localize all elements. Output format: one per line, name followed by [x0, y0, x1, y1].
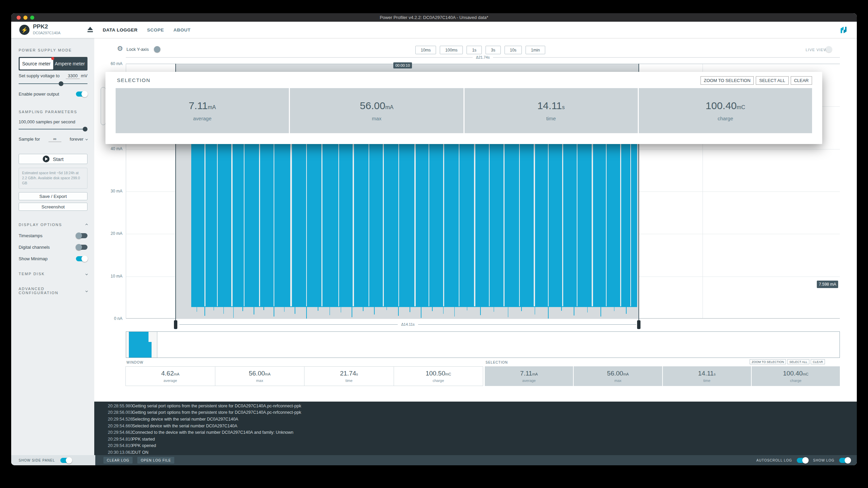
open-log-file-button[interactable]: OPEN LOG FILE: [137, 457, 174, 464]
device-serial: DC0A297C140A: [33, 31, 60, 35]
log-entry: 20:28:55.980Getting serial port options …: [94, 403, 857, 409]
baseline-spike: [587, 307, 588, 312]
time-cursor-chip: 00:00:10: [393, 62, 412, 68]
baseline-spike: [432, 307, 433, 311]
y-tick-label: 20 mA: [100, 231, 122, 236]
screenshot-button[interactable]: Screenshot: [19, 203, 87, 211]
section-temp-disk[interactable]: TEMP DISK: [19, 272, 87, 276]
time-window-button-10s[interactable]: 10s: [505, 46, 522, 54]
tab-data-logger[interactable]: DATA LOGGER: [103, 27, 138, 33]
digital-channels-toggle[interactable]: [76, 245, 87, 250]
clear-log-button[interactable]: CLEAR LOG: [103, 457, 133, 464]
baseline-spike: [363, 307, 363, 311]
section-advanced-configuration[interactable]: ADVANCED CONFIGURATION: [19, 287, 87, 295]
baseline-spike: [421, 307, 421, 318]
baseline-spike: [535, 307, 535, 314]
baseline-spike: [254, 307, 254, 314]
eject-device-icon[interactable]: [86, 26, 94, 34]
cursor-value-chip: 7.598 mA: [817, 281, 838, 288]
y-axis-zoom-slider[interactable]: [101, 87, 106, 125]
baseline-spike: [614, 307, 615, 311]
select-all-button[interactable]: SELECT ALL: [756, 76, 788, 85]
enable-power-toggle[interactable]: [76, 92, 87, 97]
baseline-spike: [197, 307, 197, 312]
title-bar: Power Profiler v4.2.2: DC0A297C140A - Un…: [11, 13, 857, 22]
tab-about[interactable]: ABOUT: [174, 27, 191, 33]
baseline-spike: [284, 307, 285, 312]
close-window-button[interactable]: [17, 16, 21, 20]
chevron-down-icon: [85, 289, 88, 292]
traffic-lights: [17, 16, 34, 20]
time-window-buttons: 10ms100ms1s3s10s1min: [415, 46, 545, 54]
time-window-button-10ms[interactable]: 10ms: [415, 46, 436, 54]
selection-right-handle[interactable]: [637, 320, 640, 329]
log-panel[interactable]: 20:28:55.980Getting serial port options …: [94, 402, 857, 455]
selection-stats-title: SELECTION: [486, 361, 508, 364]
save-export-button[interactable]: Save / Export: [19, 192, 87, 200]
minimap-window-edge[interactable]: [157, 332, 157, 358]
supply-voltage-row: Set supply voltage to 3300 mV: [19, 73, 87, 78]
baseline-spike: [274, 307, 274, 317]
log-entry: 20:29:54.662Connected to the device with…: [94, 429, 857, 436]
section-sampling-parameters: SAMPLING PARAMETERS: [19, 110, 87, 114]
minimize-window-button[interactable]: [23, 16, 27, 20]
footer-left: SHOW SIDE PANEL: [11, 455, 95, 465]
selection-panel-buttons: ZOOM TO SELECTIONSELECT ALLCLEAR: [701, 76, 812, 85]
time-window-button-3s[interactable]: 3s: [486, 46, 501, 54]
samples-per-second-slider[interactable]: [19, 127, 87, 131]
minimap-data: [129, 332, 149, 358]
time-window-button-1s[interactable]: 1s: [467, 46, 482, 54]
live-view-label: LIVE VIEW: [806, 48, 827, 52]
show-side-panel-label: SHOW SIDE PANEL: [19, 459, 55, 462]
clear-mini-button[interactable]: CLEAR: [811, 359, 825, 364]
show-log-toggle[interactable]: [839, 458, 851, 463]
enable-power-label: Enable power output: [19, 92, 59, 97]
device-name: PPK2: [33, 23, 48, 30]
timestamps-toggle[interactable]: [76, 233, 87, 238]
time-window-button-1min[interactable]: 1min: [526, 46, 545, 54]
show-side-panel-toggle[interactable]: [60, 458, 72, 463]
ampere-meter-option[interactable]: Ampere meter: [53, 58, 87, 69]
clear-button[interactable]: CLEAR: [791, 76, 812, 85]
baseline-spike: [480, 307, 481, 315]
sample-duration-unit-select[interactable]: forever: [70, 137, 87, 142]
select-all-mini-button[interactable]: SELECT ALL: [787, 359, 809, 364]
time-window-button-100ms[interactable]: 100ms: [440, 46, 463, 54]
baseline-spike: [600, 307, 601, 317]
supply-voltage-label: Set supply voltage to: [19, 73, 60, 78]
selection-left-handle[interactable]: [174, 320, 177, 329]
sample-duration-input[interactable]: ∞: [48, 136, 61, 142]
section-power-supply-mode: POWER SUPPLY MODE: [19, 48, 87, 52]
show-minimap-toggle[interactable]: [76, 256, 87, 261]
show-log-label: SHOW LOG: [813, 459, 834, 462]
chart-settings-gear-icon[interactable]: ⚙: [117, 44, 123, 53]
log-entry: 20:30:13.062DUT ON: [94, 449, 857, 455]
section-display-options[interactable]: DISPLAY OPTIONS: [19, 223, 87, 227]
selection-overlay-panel: SELECTION ZOOM TO SELECTIONSELECT ALLCLE…: [105, 72, 822, 144]
baseline-spike: [233, 307, 234, 318]
start-button[interactable]: Start: [19, 154, 87, 164]
stat-average: 4.62mAaverage: [125, 366, 215, 386]
selection-delta-label: Δ14.11s: [401, 322, 415, 326]
source-meter-option[interactable]: Source meter: [20, 58, 53, 69]
power-mode-segmented-control: Source meter Ampere meter: [19, 57, 87, 70]
supply-voltage-input[interactable]: 3300: [66, 73, 80, 79]
baseline-spike: [521, 307, 522, 311]
zoom-to-selection-mini-button[interactable]: ZOOM TO SELECTION: [750, 359, 786, 364]
baseline-spike: [443, 307, 444, 314]
zoom-to-selection-button[interactable]: ZOOM TO SELECTION: [701, 76, 754, 85]
app-header: ⚡ PPK2 DC0A297C140A DATA LOGGER SCOPE AB…: [11, 22, 857, 38]
baseline-spike: [410, 307, 410, 312]
log-entry: 20:29:54.810PPK started: [94, 436, 857, 443]
window-stats-title: WINDOW: [126, 361, 143, 364]
ppk2-logo-icon: ⚡: [19, 25, 29, 35]
log-entry: 20:29:54.526Selecting device with the se…: [94, 416, 857, 423]
maximize-window-button[interactable]: [30, 16, 34, 20]
autoscroll-log-toggle[interactable]: [797, 458, 808, 463]
supply-voltage-slider[interactable]: [19, 81, 87, 86]
minimap[interactable]: [126, 331, 840, 358]
baseline-spike: [374, 307, 375, 314]
stat-charge: 100.40mCcharge: [752, 366, 840, 386]
baseline-spike: [341, 307, 341, 312]
tab-scope[interactable]: SCOPE: [147, 27, 164, 33]
